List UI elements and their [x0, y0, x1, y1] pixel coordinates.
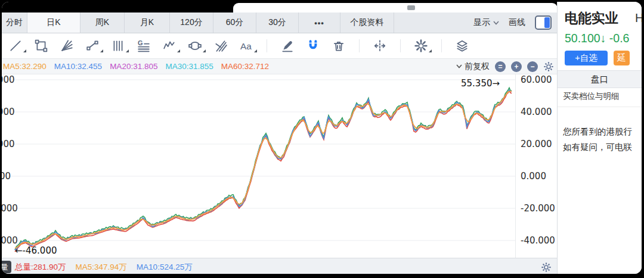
svg-text:Aa: Aa: [240, 41, 252, 51]
zoom-in-button[interactable]: +: [511, 61, 522, 72]
drawing-toolbar: GAa: [2, 33, 558, 59]
chart-settings-gear-icon[interactable]: [543, 61, 554, 72]
tab-个股资料[interactable]: 个股资料: [340, 13, 394, 33]
tabbar-spacer: [394, 13, 473, 33]
last-price: 50.100: [565, 32, 600, 45]
y-axis-label-clipped: 0.000: [2, 171, 11, 182]
elliott-wave-icon[interactable]: [163, 39, 176, 52]
y-axis-label-clipped: 20.000: [2, 139, 11, 149]
y-axis-label-clipped: -20.000: [2, 203, 11, 214]
volume-indicator-value: 总量:281.90万: [15, 262, 66, 273]
zoom-reset-button[interactable]: =: [495, 61, 506, 72]
ma-indicator-value: MA5:32.290: [3, 62, 47, 71]
quote-side-panel: 电能实业 H 50.100↓ -0.6 +自选 延 盘口 买卖档位与明细 您所看…: [557, 2, 642, 274]
tab-more[interactable]: •••: [299, 13, 340, 33]
toolbar-separator: [267, 39, 267, 52]
screen-frame: 分时日K周K月K120分60分30分•••个股资料 显示 画线 GAa MA5:…: [0, 0, 644, 278]
drawline-button[interactable]: 画线: [509, 17, 525, 28]
tabbar-right-controls: 显示 画线: [473, 13, 558, 33]
volume-indicator-value: MA5:347.94万: [76, 262, 127, 273]
y-axis-label-clipped: -40.000: [2, 235, 11, 246]
zoom-out-button[interactable]: −: [527, 61, 538, 72]
gann-grid-icon[interactable]: G: [137, 39, 150, 52]
ma-indicator-value: MA30:31.855: [165, 62, 213, 71]
y-axis-label: 20.000: [521, 139, 552, 149]
trash-icon[interactable]: [332, 39, 345, 52]
kline-plot: [2, 74, 515, 258]
period-tab-bar: 分时日K周K月K120分60分30分•••个股资料 显示 画线: [2, 13, 558, 33]
drawline-label: 画线: [509, 17, 525, 28]
rectangle-icon[interactable]: [35, 39, 48, 52]
price-change: -0.6: [609, 32, 630, 45]
price-down-arrow-icon: ↓: [600, 32, 606, 45]
delayed-quote-badge: 延: [614, 51, 630, 65]
tab-30分[interactable]: 30分: [256, 13, 299, 33]
tab-周K[interactable]: 周K: [80, 13, 125, 33]
series-high-annotation: 55.350→: [461, 78, 500, 89]
toggle-side-panel-icon[interactable]: [535, 15, 552, 30]
disclaimer-line: 您所看到的港股行: [563, 124, 632, 139]
layers-icon[interactable]: [456, 39, 469, 52]
chart-area-main: 分时日K周K月K120分60分30分•••个股资料 显示 画线 GAa MA5:…: [2, 2, 558, 274]
settings-gear-icon[interactable]: [414, 39, 428, 52]
y-axis-label: 60.000: [521, 74, 552, 85]
ma-indicator-value: MA10:32.455: [54, 62, 102, 71]
tab-120分[interactable]: 120分: [170, 13, 213, 33]
parallel-segment-icon[interactable]: [86, 39, 99, 52]
price-axis-column[interactable]: 60.00040.00020.0000.000-20.000-40.000: [515, 74, 558, 258]
ma-indicator-value: MA60:32.712: [221, 62, 269, 71]
brush-icon[interactable]: [281, 39, 294, 52]
vertical-lines-icon[interactable]: [112, 39, 125, 52]
y-axis-label-clipped: 60.000: [2, 74, 11, 85]
bid-ask-detail-label: 买卖档位与明细: [563, 91, 620, 102]
tab-pankou[interactable]: 盘口: [558, 70, 642, 88]
tab-日K[interactable]: 日K: [27, 13, 80, 33]
toolbar-separator: [359, 39, 360, 52]
display-menu-label: 显示: [473, 17, 490, 28]
chevron-down-icon: [493, 21, 499, 25]
price-chart-canvas[interactable]: 60.00040.00020.0000.000-20.000-40.000 ←-…: [2, 74, 558, 258]
display-menu[interactable]: 显示: [473, 17, 499, 28]
y-axis-label: -40.000: [521, 235, 555, 246]
gann-fan-icon[interactable]: [60, 39, 73, 52]
hk-quote-disclaimer: 您所看到的港股行 如有疑问，可电联: [563, 124, 632, 155]
volume-status-bar: 量 总量:281.90万MA5:347.94万MA10:524.25万: [2, 258, 558, 274]
bar-spacing-icon[interactable]: [373, 39, 386, 52]
volume-indicator-value: MA10:524.25万: [137, 262, 193, 273]
angle-lines-icon[interactable]: [214, 39, 227, 52]
browser-titlebar-remnant: [233, 3, 558, 13]
tab-月K[interactable]: 月K: [125, 13, 170, 33]
ma-indicator-bar: MA5:32.290MA10:32.455MA20:31.805MA30:31.…: [2, 59, 558, 74]
window-top-strip: [2, 2, 558, 13]
add-watchlist-button[interactable]: +自选: [565, 51, 608, 65]
y-axis-label: 0.000: [521, 171, 546, 182]
svg-text:G: G: [138, 39, 143, 46]
price-row: 50.100↓ -0.6: [565, 32, 629, 45]
y-axis-label: 40.000: [521, 107, 552, 117]
titlebar-handle: [407, 5, 415, 10]
volume-pane-badge: 量: [2, 261, 11, 273]
volume-settings-gear-icon[interactable]: [541, 262, 552, 273]
toolbar-separator: [441, 39, 442, 52]
panel-fill: [544, 17, 550, 28]
trend-line-icon[interactable]: [9, 39, 22, 52]
stock-name: 电能实业: [565, 9, 618, 27]
text-tool-icon[interactable]: Aa: [240, 39, 253, 52]
magnet-icon[interactable]: [306, 39, 320, 52]
series-start-annotation: ←-46.000: [15, 245, 57, 256]
y-axis-label: -20.000: [521, 203, 555, 214]
tab-60分[interactable]: 60分: [213, 13, 256, 33]
toolbar-separator: [400, 39, 401, 52]
disclaimer-line: 如有疑问，可电联: [563, 139, 632, 155]
adjust-mode-label: 前复权: [465, 61, 490, 72]
y-axis-label-clipped: 40.000: [2, 107, 11, 117]
panel-divider: [558, 107, 642, 107]
ma-indicator-value: MA20:31.805: [110, 62, 157, 71]
app-window: 分时日K周K月K120分60分30分•••个股资料 显示 画线 GAa MA5:…: [2, 2, 642, 274]
adjust-mode-dropdown[interactable]: 前复权: [456, 61, 490, 72]
tab-分时[interactable]: 分时: [2, 13, 27, 33]
chevron-down-icon: [456, 64, 462, 68]
stock-ticker-clipped: H: [635, 11, 642, 25]
ma-bar-right-controls: 前复权 = + −: [456, 61, 558, 72]
ellipse-icon[interactable]: [188, 39, 202, 52]
